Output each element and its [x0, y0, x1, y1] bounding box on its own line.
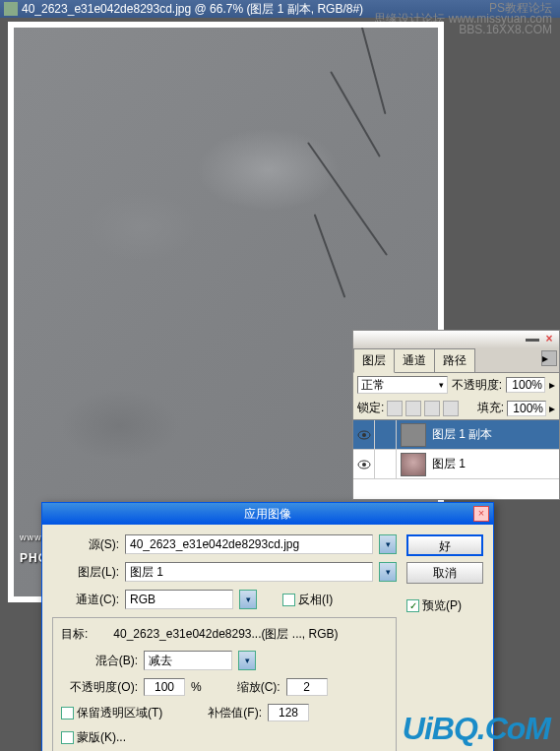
layer-list: 图层 1 副本 图层 1	[353, 420, 559, 499]
svg-point-3	[362, 463, 366, 467]
opacity-label: 不透明度(O):	[61, 679, 138, 696]
hair-strand	[307, 142, 388, 256]
channel-label: 通道(C):	[52, 592, 119, 608]
lock-all-icon[interactable]	[443, 401, 459, 416]
blend-label: 混合(B):	[61, 653, 138, 669]
checkbox-icon: ✓	[406, 599, 419, 612]
chevron-right-icon[interactable]: ▸	[549, 378, 555, 392]
preview-checkbox[interactable]: ✓ 预览(P)	[406, 597, 483, 614]
lock-row: 锁定: 填充: 100% ▸	[353, 397, 559, 420]
tab-channels[interactable]: 通道	[394, 348, 435, 372]
target-value: 40_2623_e31e042de8293...(图层 ..., RGB)	[113, 626, 338, 643]
preserve-transparency-checkbox[interactable]: 保留透明区域(T)	[61, 705, 162, 721]
blend-opacity-row: 正常▾ 不透明度: 100% ▸	[353, 373, 559, 397]
layer-name[interactable]: 图层 1	[430, 456, 559, 472]
layer-mode-info: (图层 1 副本, RGB/8#)	[246, 1, 363, 18]
cancel-button[interactable]: 取消	[406, 562, 483, 584]
layer-row[interactable]: 图层 1	[353, 450, 559, 479]
minimize-icon[interactable]	[526, 339, 539, 342]
checkbox-icon	[61, 707, 74, 720]
scale-input[interactable]: 2	[286, 678, 328, 696]
link-cell[interactable]	[375, 420, 397, 449]
lock-pixels-icon[interactable]	[405, 401, 421, 416]
dialog-title: 应用图像	[244, 506, 291, 523]
opacity-label: 不透明度:	[452, 377, 502, 394]
checkbox-icon	[282, 594, 295, 606]
source-label: 源(S):	[52, 536, 119, 553]
layers-panel: × 图层 通道 路径 ▸ 正常▾ 不透明度: 100% ▸ 锁定: 填充: 10…	[352, 330, 560, 500]
fill-label: 填充:	[477, 400, 504, 416]
hair-strand	[354, 28, 387, 114]
dropdown-icon[interactable]	[379, 562, 397, 582]
invert-checkbox[interactable]: 反相(I)	[282, 592, 333, 608]
blend-select[interactable]: 减去	[144, 651, 232, 670]
lock-label: 锁定:	[357, 400, 384, 416]
zoom-level: 66.7%	[210, 2, 243, 16]
visibility-eye-icon[interactable]	[353, 420, 375, 449]
link-cell[interactable]	[375, 450, 397, 478]
dropdown-icon[interactable]	[379, 534, 397, 554]
opacity-field[interactable]: 100%	[506, 377, 545, 393]
target-label: 目标:	[61, 626, 88, 643]
hair-strand	[314, 215, 346, 298]
layer-row[interactable]: 图层 1 副本	[353, 420, 559, 450]
chevron-right-icon[interactable]: ▸	[549, 402, 555, 415]
dialog-titlebar[interactable]: 应用图像 ×	[42, 503, 493, 525]
layer-select[interactable]: 图层 1	[125, 562, 373, 582]
layer-name[interactable]: 图层 1 副本	[430, 426, 559, 443]
offset-input[interactable]: 128	[268, 704, 309, 721]
target-blend-fieldset: 目标: 40_2623_e31e042de8293...(图层 ..., RGB…	[52, 617, 397, 751]
opacity-input[interactable]: 100	[144, 678, 185, 696]
layer-label: 图层(L):	[52, 564, 119, 581]
blend-mode-select[interactable]: 正常▾	[357, 376, 448, 394]
document-icon	[4, 2, 18, 16]
watermark-uibq: UiBQ.CoM	[403, 711, 550, 747]
close-icon[interactable]: ×	[542, 333, 556, 346]
panel-header: ×	[353, 331, 559, 348]
close-icon[interactable]: ×	[473, 506, 489, 522]
panel-tabs: 图层 通道 路径 ▸	[353, 348, 559, 373]
channel-select[interactable]: RGB	[125, 590, 233, 609]
lock-transparency-icon[interactable]	[387, 401, 403, 416]
hair-strand	[330, 71, 381, 157]
tab-paths[interactable]: 路径	[434, 348, 475, 372]
ok-button[interactable]: 好	[406, 534, 483, 556]
offset-label: 补偿值(F):	[208, 705, 262, 721]
visibility-eye-icon[interactable]	[353, 450, 375, 478]
svg-point-1	[362, 433, 366, 437]
layer-thumbnail[interactable]	[401, 453, 426, 476]
scale-label: 缩放(C):	[237, 679, 280, 696]
mask-checkbox[interactable]: 蒙版(K)...	[61, 729, 126, 746]
chevron-down-icon: ▾	[439, 380, 444, 390]
dropdown-icon[interactable]	[239, 590, 257, 609]
fill-field[interactable]: 100%	[507, 401, 546, 416]
layer-thumbnail[interactable]	[401, 423, 426, 447]
source-select[interactable]: 40_2623_e31e042de8293cd.jpg	[125, 534, 373, 554]
panel-menu-icon[interactable]: ▸	[541, 350, 557, 366]
checkbox-icon	[61, 731, 74, 744]
dropdown-icon[interactable]	[238, 651, 256, 670]
lock-position-icon[interactable]	[424, 401, 440, 416]
document-filename: 40_2623_e31e042de8293cd.jpg	[22, 2, 191, 16]
tab-layers[interactable]: 图层	[353, 348, 395, 373]
